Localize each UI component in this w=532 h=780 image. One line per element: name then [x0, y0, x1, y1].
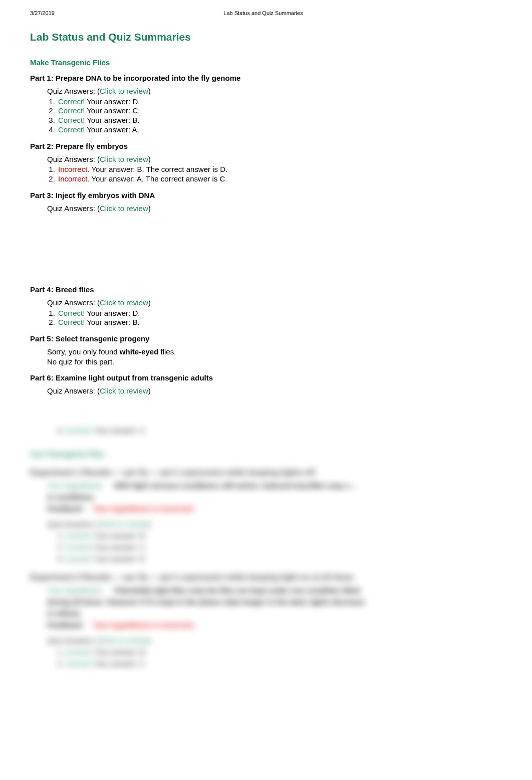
answers-list: Correct! Your answer: D.Correct! Your an…	[30, 309, 502, 328]
status-correct: Correct!	[58, 97, 85, 106]
quiz-answers-suffix: )	[148, 298, 151, 307]
blur-tail-text: Your answer: C.	[94, 426, 147, 435]
blur-exp1-hyp-label: Your Hypothesis:	[47, 481, 104, 490]
answer-item: Correct! Your answer: B.	[57, 116, 502, 125]
vertical-gap	[30, 213, 502, 278]
answers-list: Correct! Your answer: D.Correct! Your an…	[30, 97, 502, 135]
blur-section2-title: Use Transgenic Flies	[30, 450, 502, 458]
blur-tail-status: Correct!	[66, 426, 92, 435]
correct-answer-text: The correct answer is C.	[144, 174, 227, 183]
quiz-answers-prefix: Quiz Answers: (	[47, 155, 100, 163]
quiz-answers-line: Quiz Answers: (Click to review)	[47, 386, 502, 396]
blur-exp1-title: Experiment 1 Results — per fly — per's e…	[30, 468, 502, 477]
part-body: Quiz Answers: (Click to review)	[30, 204, 502, 214]
answer-item: Correct! Your answer: D.	[57, 309, 502, 318]
your-answer-text: Your answer: D.	[85, 309, 140, 317]
part-body: Sorry, you only found white-eyed flies.N…	[30, 347, 502, 366]
blur-exp1-hyp-text: With light sensory conditions still acti…	[114, 481, 357, 490]
answer-item: Correct! Your answer: A.	[57, 125, 502, 135]
blur-exp2-suffix: )	[148, 636, 151, 645]
your-answer-text: Your answer: B.	[85, 116, 139, 124]
blur-exp2-hyp-text: Potentially light flies only the flies a…	[114, 586, 360, 595]
blur-exp1-fb-text: Your hypothesis is incorrect.	[93, 504, 196, 513]
page-title: Lab Status and Quiz Summaries	[30, 31, 502, 43]
print-header: 3/27/2019 Lab Status and Quiz Summaries	[30, 10, 502, 16]
answer-item: Correct! Your answer: D.	[57, 97, 502, 107]
quiz-answers-line: Quiz Answers: (Click to review)	[47, 204, 502, 214]
section-title: Make Transgenic Flies	[30, 58, 502, 67]
answer-item: Correct! Your answer: C.	[57, 106, 502, 116]
blur-exp2-incond: in offsets	[47, 609, 81, 618]
note-pre: No quiz for this part.	[47, 357, 114, 366]
part-body: Quiz Answers: (Click to review)	[30, 154, 502, 164]
blur-exp2-hyp-label: Your Hypothesis:	[47, 586, 104, 595]
part-note-line: Sorry, you only found white-eyed flies.	[47, 347, 502, 357]
quiz-answers-line: Quiz Answers: (Click to review)	[47, 86, 502, 96]
quiz-answers-suffix: )	[148, 204, 151, 213]
status-incorrect: Incorrect.	[58, 165, 90, 173]
blur-tail-num: 4.	[57, 426, 64, 435]
blur-exp2-fb-label: Feedback:	[47, 621, 84, 629]
blur-exp1-review: Click to review	[100, 520, 148, 528]
part-heading: Part 2: Prepare fly embryos	[30, 142, 502, 150]
your-answer-text: Your answer: A.	[85, 125, 139, 134]
status-correct: Correct!	[58, 309, 85, 317]
blur-exp1-incond: in conditions	[47, 493, 94, 501]
click-to-review-link[interactable]: Click to review	[100, 155, 148, 163]
status-correct: Correct!	[58, 106, 85, 115]
blur-answer-line: 3. Correct! Your answer: D.	[30, 554, 502, 563]
click-to-review-link[interactable]: Click to review	[100, 386, 148, 395]
quiz-answers-line: Quiz Answers: (Click to review)	[47, 154, 502, 164]
blur-answer-line: 1. Correct! Your answer: B.	[30, 648, 502, 656]
part-heading: Part 5: Select transgenic progeny	[30, 334, 502, 343]
blur-exp2-hyp-text2: during all times. However if it's kept i…	[47, 598, 365, 606]
quiz-answers-suffix: )	[148, 87, 151, 95]
your-answer-text: Your answer: B.	[90, 165, 144, 173]
header-date: 3/27/2019	[30, 10, 55, 16]
blur-answer-line: 2. Correct! Your answer: C.	[30, 659, 502, 668]
blur-exp2-fb-text: Your hypothesis is incorrect.	[93, 621, 196, 629]
blur-exp1-fb-label: Feedback:	[47, 504, 84, 513]
note-pre: Sorry, you only found	[47, 347, 120, 356]
blur-answer-line: 1. Correct! Your answer: B.	[30, 531, 502, 540]
status-correct: Correct!	[58, 318, 85, 326]
note-bold: white-eyed	[120, 347, 159, 356]
quiz-answers-prefix: Quiz Answers: (	[47, 386, 100, 395]
part-heading: Part 1: Prepare DNA to be incorporated i…	[30, 74, 502, 82]
status-correct: Correct!	[58, 116, 85, 124]
blurred-preview: 4. Correct! Your answer: C. Use Transgen…	[30, 426, 502, 668]
blur-exp1-quiz-label: Quiz Answers: (	[47, 520, 100, 528]
blur-exp2-title: Experiment 2 Results — per fly — per's e…	[30, 573, 502, 582]
click-to-review-link[interactable]: Click to review	[100, 87, 148, 95]
parts-container: Part 1: Prepare DNA to be incorporated i…	[30, 74, 502, 396]
blur-answer-line: 2. Correct! Your answer: C.	[30, 543, 502, 551]
click-to-review-link[interactable]: Click to review	[100, 204, 148, 213]
your-answer-text: Your answer: A.	[90, 174, 144, 183]
part-body: Quiz Answers: (Click to review)	[30, 298, 502, 308]
answer-item: Incorrect. Your answer: A. The correct a…	[57, 174, 502, 184]
your-answer-text: Your answer: D.	[85, 97, 140, 106]
blur-exp1-suffix: )	[148, 520, 151, 528]
answers-list: Incorrect. Your answer: B. The correct a…	[30, 165, 502, 184]
click-to-review-link[interactable]: Click to review	[100, 298, 148, 307]
status-incorrect: Incorrect.	[58, 174, 90, 183]
page-container: 3/27/2019 Lab Status and Quiz Summaries …	[0, 0, 532, 780]
part-note-line: No quiz for this part.	[47, 357, 502, 367]
blur-exp2-quiz-label: Quiz Answers: (	[47, 636, 100, 645]
your-answer-text: Your answer: B.	[85, 318, 139, 326]
quiz-answers-prefix: Quiz Answers: (	[47, 87, 100, 95]
note-post: flies.	[158, 347, 176, 356]
quiz-answers-prefix: Quiz Answers: (	[47, 298, 100, 307]
quiz-answers-suffix: )	[148, 386, 151, 395]
answer-item: Incorrect. Your answer: B. The correct a…	[57, 165, 502, 174]
part-heading: Part 6: Examine light output from transg…	[30, 373, 502, 382]
quiz-answers-suffix: )	[148, 155, 151, 163]
header-doc-title: Lab Status and Quiz Summaries	[55, 10, 472, 16]
part-heading: Part 3: Inject fly embryos with DNA	[30, 191, 502, 200]
part-heading: Part 4: Breed flies	[30, 285, 502, 294]
part-body: Quiz Answers: (Click to review)	[30, 86, 502, 96]
part-body: Quiz Answers: (Click to review)	[30, 386, 502, 396]
correct-answer-text: The correct answer is D.	[144, 165, 227, 173]
blur-exp2-review: Click to review	[100, 636, 148, 645]
status-correct: Correct!	[58, 125, 85, 134]
